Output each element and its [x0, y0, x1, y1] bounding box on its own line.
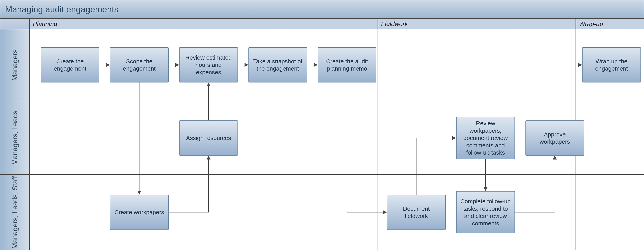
node-scope-engagement: Scope the engagement: [110, 47, 169, 82]
diagram-title: Managing audit engagements: [5, 4, 118, 14]
node-review-hours: Review estimated hours and expenses: [179, 47, 238, 82]
phase-planning-label: Planning: [33, 20, 57, 27]
node-review-workpapers: Review workpapers, document review comme…: [456, 117, 515, 159]
node-take-snapshot: Take a snapshot of the engagement: [248, 47, 307, 82]
node-label: Take a snapshot of the engagement: [252, 58, 303, 72]
node-create-memo: Create the audit planning memo: [318, 47, 376, 82]
vline-fieldwork: [378, 19, 378, 250]
phase-planning: Planning: [30, 19, 378, 29]
node-label: Create workpapers: [114, 209, 164, 216]
phase-wrapup-label: Wrap-up: [579, 20, 603, 27]
phase-fieldwork: Fieldwork: [378, 19, 576, 29]
phase-wrapup: Wrap-up: [576, 19, 644, 29]
swimlane-diagram: Managing audit engagements Planning Fiel…: [0, 0, 644, 250]
node-label: Scope the engagement: [114, 58, 165, 72]
node-wrap-up: Wrap up the engagement: [582, 47, 641, 82]
node-label: Wrap up the engagement: [586, 58, 637, 72]
node-label: Complete follow-up tasks, respond to and…: [460, 198, 511, 227]
vline-lane-col: [29, 19, 30, 250]
node-document-fieldwork: Document fieldwork: [387, 195, 446, 230]
node-label: Create the audit planning memo: [322, 58, 372, 72]
node-label: Assign resources: [186, 134, 231, 142]
node-label: Approve workpapers: [529, 131, 580, 145]
node-label: Review workpapers, document review comme…: [460, 120, 511, 156]
node-approve-workpapers: Approve workpapers: [526, 120, 584, 156]
node-create-workpapers: Create workpapers: [110, 195, 169, 230]
node-label: Create the engagement: [44, 58, 96, 72]
diagram-title-bar: Managing audit engagements: [0, 0, 644, 19]
phase-header-row: Planning Fieldwork Wrap-up: [0, 19, 644, 29]
lane-managers-text: Managers: [11, 49, 19, 81]
lane-managers-leads-text: Managers, Leads: [11, 111, 19, 165]
phase-corner-cell: [0, 19, 30, 29]
node-label: Document fieldwork: [391, 205, 442, 220]
node-label: Review estimated hours and expenses: [183, 54, 234, 76]
node-create-engagement: Create the engagement: [41, 47, 100, 82]
node-complete-followup: Complete follow-up tasks, respond to and…: [456, 191, 515, 233]
lane-label-managers-leads: Managers, Leads: [0, 101, 30, 175]
lane-label-managers-leads-staff: Managers, Leads, Staff: [0, 175, 30, 250]
lane-label-managers: Managers: [0, 29, 30, 101]
node-assign-resources: Assign resources: [179, 120, 238, 156]
phase-fieldwork-label: Fieldwork: [381, 20, 408, 27]
lane-managers-leads-staff-text: Managers, Leads, Staff: [11, 176, 19, 249]
